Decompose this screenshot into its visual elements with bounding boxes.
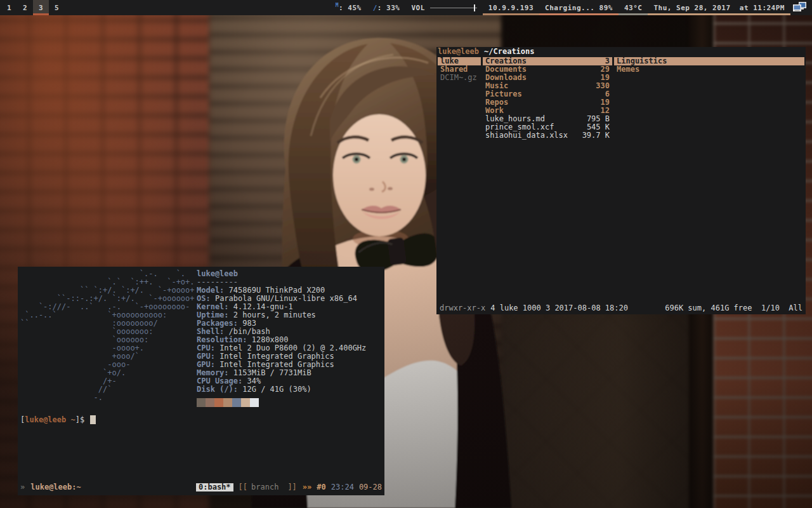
- ranger-preview-item[interactable]: Linguistics: [614, 57, 804, 65]
- neofetch-info-value: Intel 2 Duo P8600 (2) @ 2.400GHz: [215, 344, 366, 352]
- terminal-window[interactable]: `.-. `. `.` `:++. `-+o+. `` `:+/. `:+/. …: [18, 267, 384, 495]
- neofetch-info-label: OS:: [197, 294, 211, 303]
- workspace-switcher: 1235: [1, 0, 65, 15]
- neofetch-info: luke@leeb --------- Model: 745869U Think…: [197, 270, 366, 407]
- tmux-arrows: »»: [303, 483, 311, 491]
- ranger-permissions: drwxr-xr-x: [440, 304, 485, 312]
- prompt-user: luke@leeb: [25, 415, 66, 424]
- tmux-time: 23:24: [331, 483, 354, 491]
- volume-slider[interactable]: [430, 8, 477, 8]
- terminal-color-palette: [197, 398, 366, 407]
- neofetch-info-value: Intel Integrated Graphics: [215, 360, 334, 369]
- tmux-left-arrow: »: [20, 483, 25, 491]
- palette-swatch: [206, 398, 214, 407]
- shell-prompt[interactable]: [luke@leeb ~]$: [20, 415, 384, 424]
- ranger-parent-column: lukeSharedDCIM~.gz: [438, 57, 481, 140]
- palette-swatch: [250, 398, 259, 407]
- neofetch-info-value: 4.12.14-gnu-1: [229, 302, 293, 311]
- ranger-entry-name: shiaohui_data.xlsx: [485, 131, 568, 140]
- workspace-button-2[interactable]: 2: [17, 0, 33, 15]
- ranger-current-path: ~/Creations: [484, 47, 534, 56]
- neofetch-info-row: Disk (/): 12G / 41G (30%): [197, 385, 366, 394]
- volume-control[interactable]: VOL: [405, 0, 482, 15]
- disk-icon: /: [373, 4, 377, 12]
- neofetch-info-label: CPU:: [197, 344, 215, 352]
- workspace-button-3[interactable]: 3: [33, 0, 49, 15]
- neofetch-ascii-art: `.-. `. `.` `:++. `-+o+. `` `:+/. `:+/. …: [20, 270, 197, 407]
- neofetch-info-rows: Model: 745869U ThinkPad X200OS: Parabola…: [197, 286, 366, 394]
- neofetch-info-label: Shell:: [197, 327, 224, 336]
- neofetch-info-label: CPU Usage:: [197, 377, 242, 385]
- ranger-preview-column: LinguisticsMemes: [614, 57, 804, 140]
- prompt-bracket-close: ]$: [75, 415, 84, 424]
- tmux-statusbar: » luke@leeb:~ 0:bash* [[ branch ]] »» #0…: [20, 482, 382, 493]
- neofetch-info-value: Intel Integrated Graphics: [215, 352, 334, 361]
- palette-swatch: [241, 398, 250, 407]
- topbar-spacer: [65, 0, 330, 15]
- neofetch-info-label: Disk (/):: [197, 385, 238, 394]
- neofetch-info-value: /bin/bash: [224, 327, 270, 336]
- neofetch-info-value: Parabola GNU/Linux-libre x86_64: [211, 294, 357, 303]
- neofetch-info-label: Memory:: [197, 368, 229, 377]
- ranger-entry[interactable]: shiaohui_data.xlsx39.7 K: [483, 131, 612, 140]
- ranger-titlebar: luke@leeb~/Creations: [436, 47, 806, 57]
- terminal-cursor: [90, 415, 96, 424]
- tmux-date: 09-28: [359, 483, 382, 491]
- network-tray-icon[interactable]: [793, 2, 807, 13]
- ranger-item-name: DCIM~.gz: [440, 74, 477, 82]
- prompt-path: ~: [66, 415, 75, 424]
- top-status-bar: 1235 M: 45% /: 33% VOL 10.9.9.193 Chargi…: [0, 0, 812, 15]
- neofetch-info-value: 1153MiB / 7731MiB: [229, 368, 311, 377]
- palette-swatch: [197, 398, 206, 407]
- workspace-button-1[interactable]: 1: [1, 0, 17, 15]
- neofetch-output: `.-. `. `.` `:++. `-+o+. `` `:+/. `:+/. …: [20, 270, 384, 407]
- workspace-button-5[interactable]: 5: [49, 0, 65, 15]
- neofetch-info-value: 745869U ThinkPad X200: [224, 286, 325, 295]
- neofetch-info-value: 2 hours, 2 minutes: [229, 311, 316, 319]
- disk-usage-stat: /: 33%: [367, 0, 406, 15]
- temperature-status: 43°C: [619, 0, 648, 15]
- tmux-git-open-bracket: [[: [239, 483, 247, 491]
- neofetch-info-label: GPU:: [197, 352, 215, 361]
- ip-address: 10.9.9.193: [483, 0, 539, 15]
- ranger-statusbar: drwxr-xr-x 4 luke 1000 3 2017-08-08 18:2…: [440, 304, 802, 312]
- tmux-pane-index: #0: [317, 483, 325, 491]
- tmux-window-tab[interactable]: 0:bash*: [196, 483, 233, 491]
- ranger-main-column: Creations3Documents29Downloads19Music330…: [483, 57, 612, 140]
- neofetch-info-value: 34%: [242, 377, 261, 385]
- ranger-entry-count: 39.7 K: [582, 131, 610, 140]
- ranger-parent-item[interactable]: DCIM~.gz: [438, 74, 481, 82]
- tmux-git-branch: branch: [251, 483, 278, 491]
- system-tray: [790, 0, 812, 15]
- neofetch-info-value: 812x508: [247, 335, 288, 344]
- palette-swatch: [232, 398, 241, 407]
- ranger-user-host: luke@leeb: [438, 47, 479, 56]
- tmux-git-close-bracket: ]]: [287, 483, 296, 491]
- neofetch-info-label: GPU:: [197, 360, 215, 369]
- neofetch-info-label: Packages:: [197, 319, 238, 328]
- battery-status: Charging... 89%: [539, 0, 619, 15]
- neofetch-info-label: Resolution:: [197, 335, 247, 344]
- ranger-preview-item[interactable]: Memes: [614, 65, 804, 74]
- ranger-file-manager[interactable]: luke@leeb~/Creations lukeSharedDCIM~.gz …: [436, 47, 806, 314]
- neofetch-info-value: 12G / 41G (30%): [238, 385, 311, 394]
- clock: Thu, Sep 28, 2017 at 11:24PM: [648, 0, 790, 15]
- neofetch-info-value: 983: [238, 319, 256, 328]
- neofetch-info-label: Model:: [197, 286, 224, 295]
- tmux-session-name: luke@leeb:~: [30, 483, 81, 491]
- ranger-file-info: 4 luke 1000 3 2017-08-08 18:20: [490, 304, 628, 312]
- memory-usage-stat: M: 45%: [330, 0, 367, 15]
- ranger-preview-name: Memes: [617, 65, 639, 74]
- neofetch-info-label: Uptime:: [197, 311, 229, 319]
- ranger-summary: 696K sum, 461G free 1/10 All: [665, 304, 802, 312]
- neofetch-info-label: Kernel:: [197, 302, 229, 311]
- ranger-columns: lukeSharedDCIM~.gz Creations3Documents29…: [436, 57, 806, 140]
- palette-swatch: [223, 398, 232, 407]
- volume-slider-handle[interactable]: [474, 4, 475, 11]
- palette-swatch: [214, 398, 223, 407]
